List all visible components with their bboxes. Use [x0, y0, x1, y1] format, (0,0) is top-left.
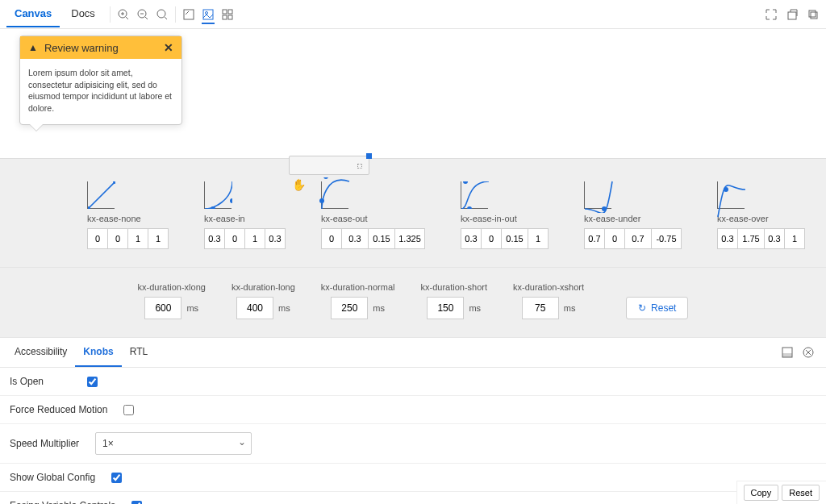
selection-anchor [357, 164, 362, 169]
zoom-out-icon[interactable] [136, 8, 149, 21]
ease-input[interactable] [107, 228, 128, 249]
ease-input[interactable] [717, 228, 738, 249]
panel-position-icon[interactable] [781, 346, 794, 359]
knob-select-value: 1× [102, 438, 114, 449]
dur-input[interactable] [331, 297, 368, 319]
tab-docs[interactable]: Docs [63, 1, 103, 27]
easing-section: ✋ kx-ease-none kx-ease-in kx-ease- [0, 158, 826, 267]
ease-input[interactable] [244, 228, 265, 249]
ease-input[interactable] [784, 228, 805, 249]
zoom-reset-icon[interactable] [156, 8, 169, 21]
ease-label: kx-ease-out [321, 214, 367, 223]
ease-input[interactable] [204, 228, 225, 249]
duration-reset-wrapper: ↻ Reset [626, 297, 688, 319]
dur-item-xshort: kx-duration-xshort ms [513, 282, 584, 319]
ease-item-none: kx-ease-none [87, 181, 169, 249]
ease-input[interactable] [394, 228, 425, 249]
addon-tab-accessibility[interactable]: Accessibility [6, 338, 75, 367]
ease-input[interactable] [624, 228, 652, 249]
svg-line-5 [145, 17, 148, 19]
ease-input[interactable] [224, 228, 245, 249]
dur-unit: ms [186, 303, 198, 313]
edit-icon[interactable] [182, 8, 195, 21]
ease-input[interactable] [501, 228, 528, 249]
dur-input[interactable] [144, 297, 181, 319]
svg-point-27 [602, 206, 607, 211]
ease-input[interactable] [341, 228, 369, 249]
svg-rect-18 [811, 12, 817, 19]
copy-icon[interactable] [807, 8, 820, 21]
footer: Copy Reset [736, 481, 826, 504]
addon-tab-rtl[interactable]: RTL [122, 338, 156, 367]
dur-input[interactable] [236, 297, 273, 319]
ease-input[interactable] [604, 228, 625, 249]
dur-item-short: kx-duration-short ms [421, 282, 488, 319]
knob-checkbox-reduced-motion[interactable] [123, 405, 134, 415]
grid-icon[interactable] [221, 8, 234, 21]
toolbar-right [765, 8, 820, 21]
knob-checkbox-global-config[interactable] [111, 473, 122, 483]
panel-close-icon[interactable] [802, 346, 815, 359]
ease-input[interactable] [127, 228, 148, 249]
svg-line-8 [165, 17, 167, 19]
ease-label: kx-ease-in [204, 214, 245, 223]
knob-select-speed[interactable]: 1× [95, 432, 252, 455]
svg-rect-13 [228, 10, 232, 14]
reset-icon: ↻ [638, 302, 646, 314]
ease-item-in: kx-ease-in [204, 181, 286, 249]
ease-input[interactable] [87, 228, 108, 249]
dur-input[interactable] [427, 297, 464, 319]
knob-label: Easing Variable Controls [10, 500, 115, 504]
ease-input[interactable] [528, 228, 549, 249]
ease-item-under: kx-ease-under [584, 181, 682, 249]
ease-input[interactable] [481, 228, 502, 249]
toolbar-separator-2 [175, 6, 176, 23]
ease-input[interactable] [265, 228, 286, 249]
svg-rect-10 [203, 10, 213, 19]
ease-input[interactable] [651, 228, 682, 249]
fullscreen-icon[interactable] [765, 8, 778, 21]
knob-label: Force Reduced Motion [10, 404, 107, 415]
footer-reset-button[interactable]: Reset [782, 485, 820, 501]
reset-label: Reset [651, 302, 676, 314]
dur-input[interactable] [522, 297, 559, 319]
dur-item-normal: kx-duration-normal ms [321, 282, 395, 319]
ease-input[interactable] [368, 228, 395, 249]
floating-selection-box[interactable] [289, 156, 369, 175]
ease-input[interactable] [737, 228, 765, 249]
zoom-in-icon[interactable] [117, 8, 130, 21]
open-external-icon[interactable] [786, 8, 799, 21]
dur-unit: ms [278, 303, 290, 313]
knob-row-show-global-config: Show Global Config [0, 464, 826, 492]
ease-input[interactable] [764, 228, 785, 249]
close-icon[interactable]: ✕ [164, 41, 173, 54]
photo-icon[interactable] [202, 11, 215, 24]
ease-input[interactable] [148, 228, 169, 249]
warning-icon: ▲ [28, 42, 38, 53]
svg-point-26 [463, 181, 468, 184]
duration-section: kx-duration-xlong ms kx-duration-long ms… [0, 267, 826, 337]
dur-item-long: kx-duration-long ms [232, 282, 295, 319]
footer-copy-button[interactable]: Copy [744, 485, 779, 501]
ease-input[interactable] [584, 228, 605, 249]
svg-rect-9 [184, 10, 194, 19]
addon-tab-knobs[interactable]: Knobs [75, 338, 121, 367]
knob-label: Show Global Config [10, 472, 95, 483]
dur-label: kx-duration-short [421, 282, 488, 292]
toolbar-separator [110, 6, 111, 23]
knob-label: Speed Multiplier [10, 438, 79, 449]
dur-unit: ms [469, 303, 481, 313]
warning-tooltip: ▲ Review warning ✕ Lorem ipsum dolor sit… [19, 35, 182, 125]
ease-input[interactable] [461, 228, 482, 249]
knob-checkbox-is-open[interactable] [87, 377, 98, 387]
knobs-panel: Is Open Force Reduced Motion Speed Multi… [0, 368, 826, 504]
knob-checkbox-easing-controls[interactable] [131, 501, 142, 505]
selection-handle[interactable] [366, 153, 372, 159]
knob-row-force-reduced-motion: Force Reduced Motion [0, 396, 826, 424]
svg-point-30 [724, 187, 728, 192]
dur-unit: ms [564, 303, 576, 313]
duration-reset-button[interactable]: ↻ Reset [626, 297, 688, 319]
ease-input[interactable] [321, 228, 342, 249]
tab-canvas[interactable]: Canvas [6, 1, 60, 27]
ease-graph-in [204, 181, 232, 209]
